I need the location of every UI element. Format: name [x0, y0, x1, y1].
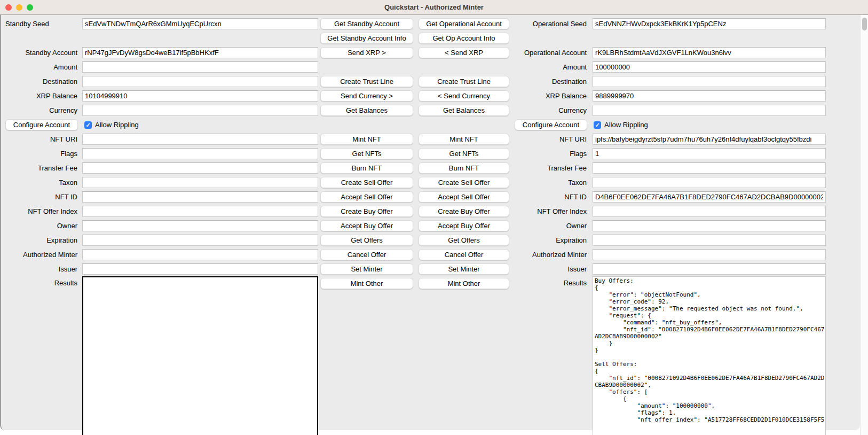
standby-results-textarea[interactable] — [82, 276, 318, 435]
standby-nft-offer-index-label: NFT Offer Index — [1, 204, 81, 219]
operational-nft-id-label: NFT ID — [512, 190, 590, 204]
create-sell-offer-standby-button[interactable]: Create Sell Offer — [320, 177, 413, 188]
operational-taxon-label: Taxon — [512, 175, 590, 190]
scrollbar-thumb[interactable] — [862, 18, 867, 30]
accept-buy-offer-standby-button[interactable]: Accept Buy Offer — [320, 220, 413, 231]
operational-taxon-input[interactable] — [593, 177, 826, 188]
operational-nft-uri-label: NFT URI — [512, 132, 590, 146]
allow-rippling-standby-label: Allow Rippling — [95, 121, 139, 129]
standby-amount-label: Amount — [1, 60, 81, 74]
operational-owner-input[interactable] — [593, 220, 826, 231]
set-minter-operational-button[interactable]: Set Minter — [419, 263, 509, 275]
operational-seed-label: Operational Seed — [512, 17, 590, 31]
standby-nft-id-input[interactable] — [82, 191, 318, 203]
standby-issuer-input[interactable] — [82, 263, 318, 275]
create-sell-offer-operational-button[interactable]: Create Sell Offer — [419, 177, 509, 188]
standby-destination-input[interactable] — [82, 76, 318, 87]
standby-owner-input[interactable] — [82, 220, 318, 231]
operational-xrp-balance-input[interactable] — [593, 90, 826, 102]
form-grid: Standby Seed Get Standby Account Get Ope… — [1, 17, 826, 435]
get-offers-operational-button[interactable]: Get Offers — [419, 235, 509, 246]
standby-account-label: Standby Account — [1, 45, 81, 60]
create-buy-offer-standby-button[interactable]: Create Buy Offer — [320, 206, 413, 217]
operational-currency-label: Currency — [512, 103, 590, 118]
standby-nft-id-label: NFT ID — [1, 190, 81, 204]
mint-nft-standby-button[interactable]: Mint NFT — [320, 134, 413, 145]
create-trust-line-standby-button[interactable]: Create Trust Line — [320, 76, 413, 87]
create-trust-line-operational-button[interactable]: Create Trust Line — [419, 76, 509, 87]
allow-rippling-operational-checkbox[interactable]: ✓ — [594, 121, 601, 129]
titlebar: Quickstart - Authorized Minter — [0, 0, 868, 15]
window-controls — [5, 4, 33, 11]
operational-nft-offer-index-label: NFT Offer Index — [512, 204, 590, 219]
accept-sell-offer-operational-button[interactable]: Accept Sell Offer — [419, 191, 509, 203]
operational-account-label: Operational Account — [512, 45, 590, 60]
get-nfts-operational-button[interactable]: Get NFTs — [419, 148, 509, 159]
operational-seed-input[interactable] — [593, 18, 826, 29]
operational-authorized-minter-input[interactable] — [593, 249, 826, 260]
operational-destination-label: Destination — [512, 74, 590, 89]
standby-amount-input[interactable] — [82, 61, 318, 73]
standby-nft-uri-label: NFT URI — [1, 132, 81, 146]
send-xrp-standby-button[interactable]: Send XRP > — [320, 47, 413, 58]
standby-xrp-balance-input[interactable] — [82, 90, 318, 102]
operational-nft-offer-index-input[interactable] — [593, 206, 826, 217]
get-op-account-info-button[interactable]: Get Op Account Info — [419, 33, 509, 44]
operational-account-input[interactable] — [593, 47, 826, 58]
operational-owner-label: Owner — [512, 219, 590, 233]
standby-issuer-label: Issuer — [1, 262, 81, 276]
operational-flags-input[interactable] — [593, 148, 826, 159]
configure-account-standby-button[interactable]: Configure Account — [5, 119, 78, 130]
operational-amount-input[interactable] — [593, 61, 826, 73]
standby-currency-input[interactable] — [82, 105, 318, 116]
get-balances-standby-button[interactable]: Get Balances — [320, 105, 413, 116]
standby-xrp-balance-label: XRP Balance — [1, 89, 81, 103]
get-standby-account-button[interactable]: Get Standby Account — [320, 18, 413, 29]
send-xrp-operational-button[interactable]: < Send XRP — [419, 47, 509, 58]
operational-currency-input[interactable] — [593, 105, 826, 116]
standby-nft-offer-index-input[interactable] — [82, 206, 318, 217]
allow-rippling-standby-checkbox[interactable]: ✓ — [84, 121, 92, 129]
operational-results-textarea[interactable]: Buy Offers: { "error": "objectNotFound",… — [593, 276, 826, 435]
mint-other-standby-button[interactable]: Mint Other — [320, 278, 413, 289]
standby-flags-input[interactable] — [82, 148, 318, 159]
operational-transfer-fee-input[interactable] — [593, 162, 826, 174]
standby-account-input[interactable] — [82, 47, 318, 58]
zoom-window-button[interactable] — [27, 4, 33, 11]
accept-buy-offer-operational-button[interactable]: Accept Buy Offer — [419, 220, 509, 231]
close-window-button[interactable] — [5, 4, 12, 11]
get-balances-operational-button[interactable]: Get Balances — [419, 105, 509, 116]
send-currency-standby-button[interactable]: Send Currency > — [320, 90, 413, 102]
check-icon: ✓ — [595, 121, 599, 129]
standby-seed-input[interactable] — [82, 18, 318, 29]
mint-nft-operational-button[interactable]: Mint NFT — [419, 134, 509, 145]
operational-expiration-label: Expiration — [512, 233, 590, 247]
operational-nft-uri-input[interactable] — [593, 134, 826, 145]
operational-nft-id-input[interactable] — [593, 191, 826, 203]
accept-sell-offer-standby-button[interactable]: Accept Sell Offer — [320, 191, 413, 203]
cancel-offer-standby-button[interactable]: Cancel Offer — [320, 249, 413, 260]
standby-nft-uri-input[interactable] — [82, 134, 318, 145]
standby-authorized-minter-input[interactable] — [82, 249, 318, 260]
operational-destination-input[interactable] — [593, 76, 826, 87]
get-operational-account-button[interactable]: Get Operational Account — [419, 18, 509, 29]
standby-expiration-input[interactable] — [82, 235, 318, 246]
vertical-scrollbar[interactable] — [860, 15, 868, 435]
set-minter-standby-button[interactable]: Set Minter — [320, 263, 413, 275]
operational-issuer-input[interactable] — [593, 263, 826, 275]
get-nfts-standby-button[interactable]: Get NFTs — [320, 148, 413, 159]
cancel-offer-operational-button[interactable]: Cancel Offer — [419, 249, 509, 260]
standby-seed-label: Standby Seed — [1, 17, 81, 31]
standby-transfer-fee-input[interactable] — [82, 162, 318, 174]
mint-other-operational-button[interactable]: Mint Other — [419, 278, 509, 289]
get-standby-account-info-button[interactable]: Get Standby Account Info — [320, 33, 413, 44]
configure-account-operational-button[interactable]: Configure Account — [515, 119, 587, 130]
standby-taxon-input[interactable] — [82, 177, 318, 188]
get-offers-standby-button[interactable]: Get Offers — [320, 235, 413, 246]
operational-expiration-input[interactable] — [593, 235, 826, 246]
create-buy-offer-operational-button[interactable]: Create Buy Offer — [419, 206, 509, 217]
minimize-window-button[interactable] — [16, 4, 22, 11]
burn-nft-standby-button[interactable]: Burn NFT — [320, 162, 413, 174]
send-currency-operational-button[interactable]: < Send Currency — [419, 90, 509, 102]
burn-nft-operational-button[interactable]: Burn NFT — [419, 162, 509, 174]
